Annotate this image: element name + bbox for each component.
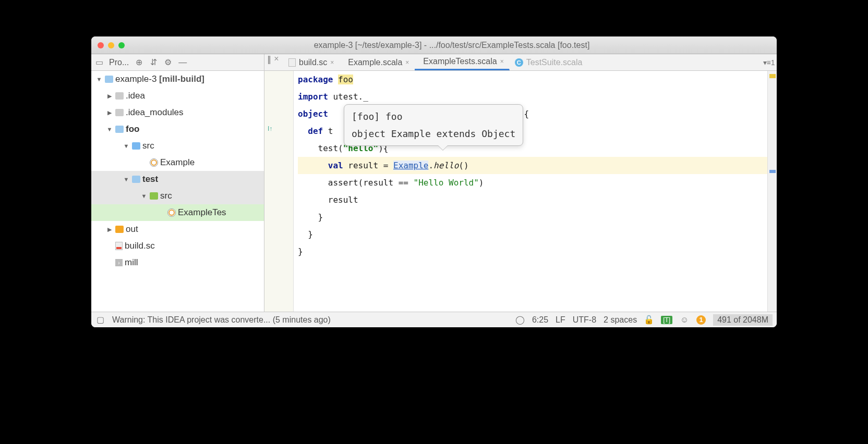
project-icon: ▭ — [94, 58, 104, 67]
project-label[interactable]: Pro... — [109, 58, 129, 67]
tree-label: ExampleTes — [178, 207, 226, 218]
expand-arrow-icon[interactable]: ▼ — [95, 76, 103, 82]
window-title: example-3 [~/test/example-3] - .../foo/t… — [133, 41, 770, 50]
target-icon[interactable]: ⊕ — [134, 58, 143, 67]
minimize-window-button[interactable] — [108, 42, 114, 48]
editor-gutter[interactable]: I↑ — [264, 71, 294, 312]
class-icon: C — [515, 58, 523, 67]
tab-label: TestSuite.scala — [526, 58, 583, 67]
tree-item-test[interactable]: ▼test — [91, 171, 264, 188]
maximize-window-button[interactable] — [118, 42, 125, 48]
tree-item-test-src[interactable]: ▼src — [91, 188, 264, 204]
tab-close-icon[interactable]: × — [405, 59, 409, 66]
status-message: Warning: This IDEA project was converte.… — [112, 315, 508, 325]
gear-icon[interactable]: ⚙ — [163, 58, 173, 67]
tree-label: src — [160, 191, 172, 201]
line-separator[interactable]: LF — [556, 315, 565, 325]
close-window-button[interactable] — [98, 42, 104, 48]
lock-icon[interactable]: 🔓 — [644, 315, 654, 325]
tree-item-build-sc[interactable]: build.sc — [91, 238, 264, 254]
expand-arrow-icon[interactable]: ▼ — [123, 143, 130, 149]
file-encoding[interactable]: UTF-8 — [573, 315, 596, 325]
tab-exampletests-scala[interactable]: ExampleTests.scala × — [415, 54, 509, 70]
ide-window: example-3 [~/test/example-3] - .../foo/t… — [91, 36, 777, 327]
inspector-icon[interactable]: ☺ — [680, 315, 689, 325]
overview-ruler[interactable] — [767, 71, 777, 312]
expand-arrow-icon[interactable]: ▶ — [106, 109, 113, 116]
terminal-icon: › — [115, 259, 123, 266]
expand-arrow-icon[interactable]: ▼ — [106, 126, 113, 132]
file-icon — [288, 58, 296, 67]
tooltip-line2: object Example extends Object — [352, 125, 515, 142]
tab-label: ExampleTests.scala — [423, 57, 497, 66]
tree-label: .idea — [126, 91, 145, 101]
folder-icon — [115, 92, 124, 100]
module-icon — [115, 126, 124, 133]
scala-icon — [150, 158, 158, 167]
tree-label: out — [126, 224, 138, 235]
scala-icon — [167, 208, 176, 217]
project-tree[interactable]: ▼ example-3 [mill-build] ▶.idea ▶.idea_m… — [91, 71, 264, 312]
clock-icon[interactable]: ◯ — [515, 315, 525, 325]
warning-marker[interactable] — [769, 74, 776, 78]
tooltip-line1: [foo] foo — [352, 108, 515, 125]
tree-item-src[interactable]: ▼src — [91, 138, 264, 154]
folder-icon — [132, 142, 140, 150]
code-editor[interactable]: package foo import utest._ object { def … — [294, 71, 767, 312]
main-area: ▼ example-3 [mill-build] ▶.idea ▶.idea_m… — [91, 71, 777, 312]
module-icon — [132, 176, 140, 183]
tree-item-idea-modules[interactable]: ▶.idea_modules — [91, 104, 264, 121]
hide-icon[interactable]: — — [178, 58, 187, 67]
reference-link[interactable]: Example — [393, 161, 428, 170]
tree-root[interactable]: ▼ example-3 [mill-build] — [91, 71, 264, 88]
tab-example-scala[interactable]: Example.scala × — [340, 54, 415, 70]
override-marker-icon[interactable]: I↑ — [268, 125, 272, 132]
tree-label: mill — [125, 257, 138, 268]
expand-arrow-icon[interactable]: ▶ — [106, 226, 113, 233]
tree-label: .idea_modules — [126, 107, 184, 118]
tab-label: build.sc — [299, 58, 327, 67]
window-controls — [98, 42, 125, 48]
tree-label: example-3 [mill-build] — [115, 74, 204, 84]
file-icon — [115, 242, 123, 250]
tree-item-idea[interactable]: ▶.idea — [91, 88, 264, 104]
memory-indicator[interactable]: 491 of 2048M — [713, 314, 773, 326]
close-split-icon[interactable]: × — [274, 54, 283, 64]
status-bar: ▢ Warning: This IDEA project was convert… — [91, 312, 777, 327]
tree-label: foo — [126, 124, 139, 134]
cursor-position[interactable]: 6:25 — [532, 315, 548, 325]
split-icon[interactable]: ‖ — [264, 54, 274, 64]
tab-label: Example.scala — [348, 58, 402, 67]
tab-close-icon[interactable]: × — [330, 59, 334, 66]
tree-label: Example — [160, 157, 195, 168]
module-icon — [105, 76, 113, 83]
tests-badge[interactable]: [T] — [661, 316, 672, 324]
folder-icon — [115, 226, 124, 233]
tree-item-out[interactable]: ▶out — [91, 221, 264, 238]
tool-window-toggle-icon[interactable]: ▢ — [95, 315, 105, 325]
folder-icon — [115, 109, 124, 116]
reference-marker[interactable] — [769, 170, 776, 173]
folder-icon — [150, 192, 158, 200]
tab-close-icon[interactable]: × — [500, 58, 504, 65]
tree-item-mill[interactable]: ›mill — [91, 254, 264, 271]
tree-item-example[interactable]: Example — [91, 154, 264, 171]
notifications-badge[interactable]: 1 — [696, 315, 706, 325]
toolbar: ▭ Pro... ⊕ ⇵ ⚙ — ‖ × build.sc × Example.… — [91, 54, 777, 71]
collapse-icon[interactable]: ⇵ — [149, 58, 158, 67]
titlebar: example-3 [~/test/example-3] - .../foo/t… — [91, 36, 777, 54]
expand-arrow-icon[interactable]: ▼ — [140, 193, 148, 199]
project-tool-header: ▭ Pro... ⊕ ⇵ ⚙ — — [91, 54, 264, 70]
tree-item-exampletests[interactable]: ExampleTes — [91, 204, 264, 221]
editor-tabs: build.sc × Example.scala × ExampleTests.… — [283, 54, 761, 70]
expand-arrow-icon[interactable]: ▼ — [123, 176, 130, 182]
tree-label: test — [142, 174, 158, 184]
tree-item-foo[interactable]: ▼foo — [91, 121, 264, 138]
tabs-dropdown-icon[interactable]: ▾≡1 — [761, 54, 777, 70]
tab-build-sc[interactable]: build.sc × — [283, 54, 340, 70]
tree-label: build.sc — [125, 241, 155, 251]
tree-label: src — [142, 141, 154, 151]
indent-settings[interactable]: 2 spaces — [604, 315, 637, 325]
tab-testsuite-scala[interactable]: C TestSuite.scala — [510, 54, 588, 70]
expand-arrow-icon[interactable]: ▶ — [106, 93, 113, 100]
